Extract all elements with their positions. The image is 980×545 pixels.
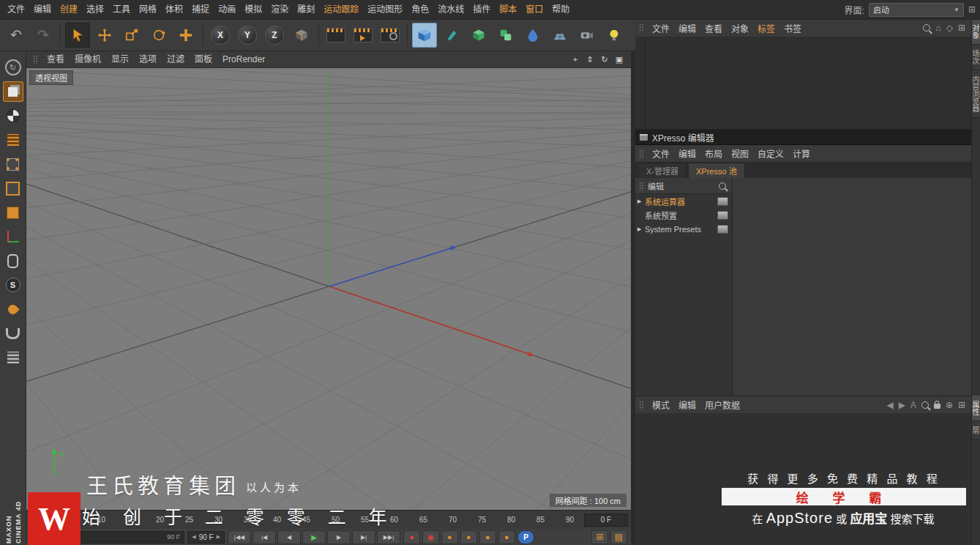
panel-icon[interactable]: ⊞ [958, 23, 965, 33]
axis-mode-button[interactable] [3, 226, 23, 247]
current-frame-field[interactable]: 0 F [584, 514, 628, 527]
workplane-button[interactable] [3, 347, 23, 368]
pen-spline-button[interactable] [439, 23, 464, 48]
menu-item[interactable]: 窗口 [521, 0, 547, 19]
polygons-mode-button[interactable] [3, 202, 23, 223]
attribute-menu-item[interactable]: 模式 [648, 398, 674, 411]
rotate-tool-button[interactable] [146, 23, 171, 48]
texture-mode-button[interactable] [3, 105, 23, 126]
points-mode-button[interactable] [3, 154, 23, 174]
dolly-view-icon[interactable]: ⇕ [584, 53, 596, 65]
viewport-menu-item[interactable]: ProRender [217, 51, 270, 67]
object-manager-menu-item[interactable]: 查看 [700, 22, 727, 34]
xpresso-menu-item[interactable]: 自定义 [753, 147, 788, 160]
home-icon[interactable]: ⌂ [935, 23, 940, 33]
right-tab[interactable]: 属性 [972, 396, 980, 421]
menu-item[interactable]: 网格 [135, 0, 161, 19]
pla-toggle[interactable]: P [517, 530, 534, 544]
render-to-picture-button[interactable] [351, 23, 375, 48]
menu-item[interactable]: 帮助 [547, 0, 574, 19]
xpresso-titlebar[interactable]: XPresso 编辑器 [635, 130, 971, 145]
menu-item[interactable]: 插件 [468, 0, 495, 19]
object-manager-menu-item[interactable]: 标签 [753, 22, 779, 34]
soft-selection-button[interactable]: S [3, 275, 23, 295]
panel-film-toggle[interactable]: ▤ [610, 530, 627, 544]
prev-key-button[interactable]: |◀ [253, 530, 276, 544]
pool-item[interactable]: ▶ 系统运算器 [635, 194, 732, 208]
xpresso-menu-item[interactable]: 视图 [727, 147, 753, 160]
coordinate-system-button[interactable] [289, 23, 314, 48]
menu-item[interactable]: 动画 [214, 0, 240, 19]
lock-z-button[interactable]: Z [262, 23, 287, 48]
right-tab[interactable]: 层 [972, 421, 980, 440]
texture-axis-mode-button[interactable] [3, 130, 23, 150]
xpresso-menu-item[interactable]: 文件 [648, 147, 674, 160]
object-manager-menu-item[interactable]: 对象 [727, 22, 753, 34]
attribute-menu-item[interactable]: 用户数据 [700, 398, 744, 411]
vertex-paint-button[interactable] [3, 299, 23, 319]
filter-icon[interactable]: ◇ [946, 23, 953, 33]
scale-tool-button[interactable] [119, 23, 144, 48]
key-scale-toggle[interactable]: ■ [460, 530, 477, 544]
toggle-view-icon[interactable]: ▣ [613, 53, 625, 65]
render-view-button[interactable] [323, 23, 348, 48]
xpresso-tab[interactable]: XPresso 池 [688, 163, 745, 179]
lock-x-button[interactable]: X [208, 23, 233, 48]
frame-range-slider[interactable]: 0 F 90 F [66, 531, 184, 544]
pool-item[interactable]: ▶ System Presets [635, 222, 732, 236]
attribute-menu-item[interactable]: 编辑 [674, 398, 700, 411]
object-manager-menu-item[interactable]: 文件 [648, 22, 674, 34]
edges-mode-button[interactable] [3, 178, 23, 199]
xpresso-graph-area[interactable] [733, 178, 971, 396]
lock-icon[interactable] [934, 404, 940, 409]
menu-item[interactable]: 模拟 [240, 0, 266, 19]
viewport-menu-item[interactable]: 面板 [190, 51, 217, 67]
viewport-menu-item[interactable]: 过滤 [162, 51, 190, 67]
viewport-menu-item[interactable]: 摄像机 [70, 51, 106, 67]
play-button[interactable]: ▶ [302, 530, 326, 544]
recent-tool-button[interactable] [173, 23, 198, 48]
viewport-menu-item[interactable]: 查看 [42, 51, 70, 67]
prev-frame-button[interactable]: ◀ [277, 530, 301, 544]
object-list[interactable] [635, 37, 971, 129]
target-icon[interactable]: ⊕ [946, 400, 953, 410]
subdivision-surface-button[interactable] [466, 23, 491, 48]
search-icon[interactable] [921, 401, 929, 409]
move-tool-button[interactable] [92, 23, 117, 48]
right-tab[interactable]: 场次 [972, 45, 980, 70]
record-button[interactable]: ● [403, 530, 420, 544]
render-settings-button[interactable] [378, 23, 403, 48]
layout-panel-icon[interactable]: ⊞ [968, 4, 976, 15]
expand-arrow-icon[interactable]: ▶ [637, 226, 643, 232]
pool-item[interactable]: ▶ 系统预置 [635, 208, 732, 222]
live-selection-tool-button[interactable] [65, 23, 90, 48]
history-forward-icon[interactable]: ▶ [899, 400, 905, 410]
next-frame-button[interactable]: ▶ [327, 530, 351, 544]
history-back-icon[interactable]: ◀ [886, 400, 893, 410]
menu-item[interactable]: 工具 [108, 0, 135, 19]
redo-button[interactable]: ↷ [31, 23, 56, 48]
menu-item[interactable]: 创建 [56, 0, 82, 19]
camera-button[interactable] [575, 23, 599, 48]
spin-right-icon[interactable]: ▶ [217, 534, 220, 540]
xpresso-menu-item[interactable]: 布局 [700, 147, 727, 160]
search-icon[interactable] [923, 24, 930, 31]
view-label[interactable]: 透视视图 [29, 70, 73, 85]
viewport-canvas[interactable]: Y 透视视图 网格间距 : 100 cm [26, 68, 631, 511]
model-mode-button[interactable] [3, 81, 23, 102]
key-position-toggle[interactable]: ■ [441, 530, 458, 544]
menu-item[interactable]: 运动图形 [363, 0, 407, 19]
menu-item[interactable]: 雕刻 [293, 0, 319, 19]
snap-button[interactable] [3, 323, 23, 344]
deformer-button[interactable] [493, 23, 518, 48]
xpresso-menu-item[interactable]: 计算 [788, 147, 815, 160]
expand-arrow-icon[interactable]: ▶ [637, 199, 643, 204]
key-parameter-toggle[interactable]: ■ [498, 530, 515, 544]
next-key-button[interactable]: ▶| [352, 530, 375, 544]
undo-button[interactable]: ↶ [4, 23, 29, 48]
xpresso-menu-item[interactable]: 编辑 [674, 147, 700, 160]
menu-item[interactable]: 捕捉 [187, 0, 214, 19]
search-icon[interactable] [719, 182, 726, 190]
end-frame-field[interactable]: ◀ 90 F ▶ [187, 531, 225, 544]
light-button[interactable] [602, 23, 626, 48]
